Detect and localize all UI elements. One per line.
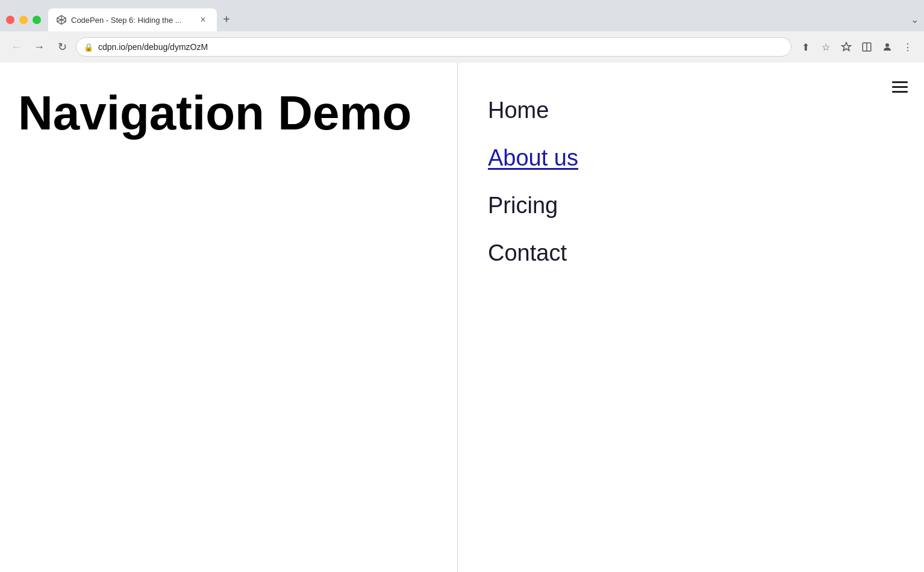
close-window-button[interactable] [6, 16, 14, 24]
page-heading: Navigation Demo [18, 87, 411, 140]
reload-button[interactable]: ↻ [53, 38, 71, 56]
svg-line-2 [61, 18, 66, 20]
nav-item-contact[interactable]: Contact [488, 229, 894, 277]
hamburger-menu-button[interactable] [888, 75, 912, 99]
nav-item-home[interactable]: Home [488, 87, 894, 134]
close-tab-button[interactable]: × [198, 14, 208, 25]
share-button[interactable]: ⬆ [796, 38, 814, 56]
hamburger-line-2 [892, 86, 908, 88]
address-bar[interactable]: 🔒 cdpn.io/pen/debug/dymzOzM [76, 37, 791, 57]
browser-menu-button[interactable]: ⋮ [899, 38, 917, 56]
page-content: Navigation Demo Home About us Pricing Co… [0, 63, 924, 572]
svg-point-9 [885, 43, 889, 47]
hamburger-line-3 [892, 91, 908, 93]
lock-icon: 🔒 [84, 43, 93, 52]
svg-line-4 [57, 20, 61, 22]
profile-button[interactable] [878, 38, 896, 56]
svg-line-5 [61, 20, 66, 22]
navigation-menu: Home About us Pricing Contact [488, 87, 894, 277]
hamburger-line-1 [892, 81, 908, 83]
maximize-window-button[interactable] [33, 16, 41, 24]
left-panel: Navigation Demo [0, 63, 458, 572]
url-text: cdpn.io/pen/debug/dymzOzM [98, 42, 784, 52]
split-view-button[interactable] [858, 38, 876, 56]
browser-actions: ⬆ ☆ ⋮ [796, 38, 917, 56]
extensions-button[interactable] [837, 38, 855, 56]
tab-bar: CodePen - Step 6: Hiding the ... × + ⌄ [0, 0, 924, 31]
window-controls [6, 16, 48, 31]
right-panel: Home About us Pricing Contact [458, 63, 924, 572]
bookmark-button[interactable]: ☆ [817, 38, 835, 56]
nav-item-pricing[interactable]: Pricing [488, 182, 894, 229]
tab-title: CodePen - Step 6: Hiding the ... [71, 16, 193, 25]
address-bar-row: ← → ↻ 🔒 cdpn.io/pen/debug/dymzOzM ⬆ ☆ [0, 31, 924, 63]
nav-item-about[interactable]: About us [488, 134, 894, 182]
codepen-tab-icon [57, 15, 66, 25]
forward-button[interactable]: → [30, 38, 48, 56]
minimize-window-button[interactable] [19, 16, 28, 24]
back-button[interactable]: ← [7, 38, 25, 56]
browser-window: CodePen - Step 6: Hiding the ... × + ⌄ ←… [0, 0, 924, 572]
svg-line-1 [57, 18, 61, 20]
tab-list-button[interactable]: ⌄ [905, 10, 924, 29]
new-tab-button[interactable]: + [217, 10, 236, 29]
active-tab[interactable]: CodePen - Step 6: Hiding the ... × [48, 8, 217, 31]
